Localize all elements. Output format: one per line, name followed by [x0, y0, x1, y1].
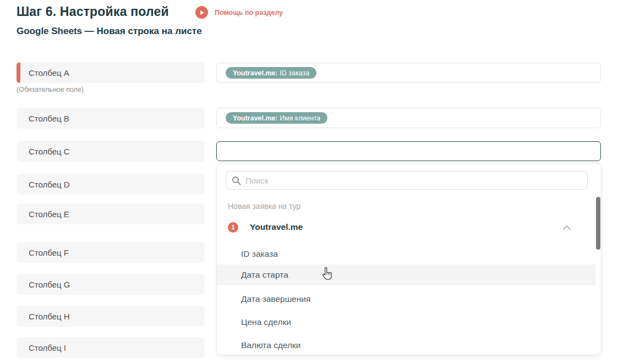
step-number-badge: 1: [228, 222, 238, 233]
mapping-input-column-a[interactable]: Youtravel.me: ID заказа: [216, 63, 601, 83]
column-row-h: Столбец H: [17, 306, 205, 327]
column-row-d: Столбец D: [17, 174, 205, 195]
mapping-input-column-c-focused[interactable]: [216, 141, 601, 161]
column-label: Столбец D: [29, 180, 70, 189]
search-input[interactable]: [245, 176, 582, 185]
tag-app-name: Youtravel.me:: [233, 69, 278, 77]
column-row-i: Столбец I: [17, 337, 205, 358]
column-label: Столбец B: [29, 114, 69, 123]
dropdown-item-id-zakaza[interactable]: ID заказа: [217, 244, 595, 264]
mapped-field-tag[interactable]: Youtravel.me: ID заказа: [226, 67, 316, 79]
source-app-name: Youtravel.me: [250, 222, 303, 232]
required-note: (Обязательное поле): [17, 86, 84, 93]
column-row-a: Столбец A: [17, 62, 205, 83]
tag-field-name: ID заказа: [278, 69, 309, 77]
page-title: Шаг 6. Настройка полей: [17, 4, 169, 19]
dropdown-search[interactable]: [226, 171, 588, 190]
column-row-g: Столбец G: [17, 274, 205, 295]
search-icon: [232, 176, 241, 185]
required-field-marker: [17, 62, 20, 83]
column-label: Столбец E: [29, 209, 69, 219]
column-row-e: Столбец E: [17, 203, 205, 224]
column-label: Столбец A: [29, 68, 69, 78]
column-row-c: Столбец C: [17, 141, 205, 162]
tag-field-name: Имя клиента: [278, 114, 321, 122]
field-mapping-page: Шаг 6. Настройка полей Помощь по разделу…: [0, 0, 618, 364]
column-label: Столбец I: [29, 343, 66, 352]
column-label: Столбец G: [29, 280, 70, 289]
play-video-icon[interactable]: [195, 6, 208, 19]
trigger-group-label: Новая заявка на тур: [228, 202, 300, 211]
tag-app-name: Youtravel.me:: [233, 114, 278, 122]
column-label: Столбец F: [29, 248, 69, 257]
column-label: Столбец H: [29, 312, 70, 321]
mapped-field-tag[interactable]: Youtravel.me: Имя клиента: [226, 112, 327, 124]
section-help-link[interactable]: Помощь по разделу: [195, 6, 283, 19]
column-label: Столбец C: [29, 147, 70, 156]
dropdown-scrollbar-thumb[interactable]: [596, 197, 600, 250]
chevron-up-icon[interactable]: [562, 223, 571, 233]
source-app-row[interactable]: 1 Youtravel.me: [217, 217, 587, 237]
help-link-label[interactable]: Помощь по разделу: [215, 9, 283, 16]
dropdown-item-data-zaversheniya[interactable]: Дата завершения: [217, 289, 595, 310]
mapping-input-column-b[interactable]: Youtravel.me: Имя клиента: [216, 108, 601, 128]
column-row-f: Столбец F: [17, 242, 205, 263]
column-row-b: Столбец B: [17, 108, 205, 129]
integration-subtitle: Google Sheets — Новая строка на листе: [17, 26, 202, 37]
dropdown-item-valyuta-sdelki[interactable]: Валюта сделки: [217, 335, 595, 356]
dropdown-item-data-starta[interactable]: Дата старта: [217, 264, 595, 285]
field-picker-dropdown: Новая заявка на тур 1 Youtravel.me ID за…: [216, 163, 601, 355]
dropdown-item-tsena-sdelki[interactable]: Цена сделки: [217, 312, 595, 333]
